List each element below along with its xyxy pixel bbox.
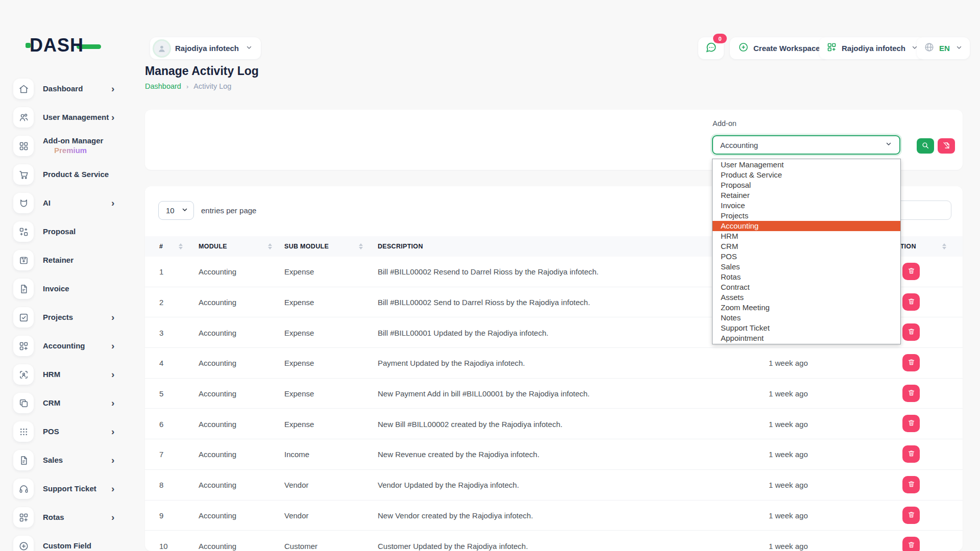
home-icon [13, 79, 34, 99]
table-row: 7AccountingIncomeNew Revenue created by … [145, 439, 963, 470]
addon-option-rotas[interactable]: Rotas [713, 272, 900, 282]
addon-option-pos[interactable]: POS [713, 252, 900, 262]
language-selector[interactable]: EN [917, 37, 970, 59]
addon-option-user-management[interactable]: User Management [713, 160, 900, 170]
cell-sub-module: Expense [284, 267, 314, 276]
delete-row-button[interactable] [902, 263, 920, 280]
addon-grid-icon [13, 136, 34, 156]
sidebar-item-retainer[interactable]: Retainer [0, 246, 138, 274]
cell-sub-module: Expense [284, 359, 314, 367]
sort-toggle-action[interactable] [942, 236, 946, 257]
sidebar-item-accounting[interactable]: Accounting› [0, 332, 138, 360]
workspace-switcher[interactable]: Rajodiya infotech [150, 37, 261, 59]
create-workspace-button[interactable]: Create Workspace [730, 37, 828, 59]
addon-option-proposal[interactable]: Proposal [713, 180, 900, 190]
col-header-num[interactable]: # [159, 236, 163, 257]
chevron-down-icon [246, 44, 253, 53]
addon-option-assets[interactable]: Assets [713, 292, 900, 303]
sidebar-item-invoice[interactable]: Invoice [0, 274, 138, 303]
delete-row-button[interactable] [902, 323, 920, 341]
col-header-module[interactable]: MODULE [199, 236, 227, 257]
cell-module: Accounting [199, 328, 236, 337]
invoice-icon [13, 279, 34, 299]
col-header-submodule[interactable]: SUB MODULE [284, 236, 329, 257]
addon-option-support-ticket[interactable]: Support Ticket [713, 323, 900, 333]
delete-row-button[interactable] [902, 476, 920, 493]
breadcrumb-current: Activity Log [193, 82, 231, 90]
trash-icon [908, 267, 915, 276]
sidebar-item-label: User Management [43, 113, 109, 122]
sidebar-item-product-service[interactable]: Product & Service [0, 160, 138, 189]
cell-date: 1 week ago [769, 359, 808, 367]
delete-row-button[interactable] [902, 415, 920, 432]
cell-num: 10 [159, 541, 168, 550]
sidebar-item-user-management[interactable]: User Management› [0, 103, 138, 132]
sidebar-item-ai[interactable]: AI› [0, 189, 138, 217]
workspace-grid-icon [826, 42, 837, 55]
delete-row-button[interactable] [902, 293, 920, 311]
addon-option-zoom-meeting[interactable]: Zoom Meeting [713, 303, 900, 313]
table-row: 4AccountingExpensePayment Updated by the… [145, 348, 963, 379]
addon-option-retainer[interactable]: Retainer [713, 190, 900, 201]
chevron-down-icon [885, 140, 892, 149]
cell-module: Accounting [199, 511, 236, 519]
app-root: DASH Dashboard›User Management›Add-on Ma… [0, 0, 980, 551]
sidebar-item-label: Sales [43, 456, 63, 465]
addon-option-projects[interactable]: Projects [713, 211, 900, 221]
brand-logo-text: DASH [30, 35, 84, 56]
search-filter-button[interactable] [917, 138, 934, 154]
cell-sub-module: Customer [284, 541, 317, 550]
addon-option-appointment[interactable]: Appointment [713, 333, 900, 343]
addon-option-contract[interactable]: Contract [713, 282, 900, 292]
search-icon [921, 141, 929, 151]
brand-logo[interactable]: DASH [30, 35, 101, 56]
sidebar-item-label: HRM [43, 370, 60, 380]
chevron-right-icon: › [111, 112, 114, 123]
sidebar-item-pos[interactable]: POS› [0, 417, 138, 446]
addon-option-hrm[interactable]: HRM [713, 231, 900, 241]
trash-icon [908, 541, 915, 550]
sidebar-item-proposal[interactable]: Proposal [0, 217, 138, 246]
addon-option-sales[interactable]: Sales [713, 262, 900, 272]
sidebar-item-add-on-manager[interactable]: Add-on ManagerPremium [0, 132, 138, 160]
delete-row-button[interactable] [902, 385, 920, 402]
addon-option-notes[interactable]: Notes [713, 313, 900, 323]
cell-date: 1 week ago [769, 419, 808, 428]
sort-toggle-submodule[interactable] [359, 236, 363, 257]
sidebar-item-custom-field[interactable]: Custom Field [0, 532, 138, 551]
chevron-right-icon: › [111, 83, 114, 94]
addon-option-product-service[interactable]: Product & Service [713, 170, 900, 180]
sidebar-item-support-ticket[interactable]: Support Ticket› [0, 474, 138, 503]
sort-toggle-module[interactable] [268, 236, 272, 257]
workspace-menu[interactable]: Rajodiya infotech [819, 37, 925, 59]
sidebar-item-projects[interactable]: Projects› [0, 303, 138, 332]
users-icon [13, 107, 34, 128]
cell-num: 8 [159, 481, 163, 489]
col-header-description[interactable]: DESCRIPTION [378, 236, 423, 257]
delete-row-button[interactable] [902, 354, 920, 371]
sidebar-item-rotas[interactable]: Rotas› [0, 503, 138, 532]
table-row: 8AccountingVendorVendor Updated by the R… [145, 470, 963, 500]
delete-row-button[interactable] [902, 507, 920, 524]
addon-select[interactable]: Accounting [712, 135, 900, 155]
addon-option-crm[interactable]: CRM [713, 241, 900, 252]
sidebar-item-crm[interactable]: CRM› [0, 389, 138, 417]
delete-row-button[interactable] [902, 537, 920, 551]
sidebar-item-sales[interactable]: Sales› [0, 446, 138, 474]
cell-num: 5 [159, 389, 163, 398]
cell-module: Accounting [199, 267, 236, 276]
addon-option-accounting[interactable]: Accounting [713, 221, 900, 231]
sidebar-item-label: Rotas [43, 513, 64, 522]
messages-button[interactable]: 0 [698, 37, 724, 59]
delete-row-button[interactable] [902, 445, 920, 463]
addon-option-invoice[interactable]: Invoice [713, 201, 900, 211]
sort-toggle-num[interactable] [179, 236, 183, 257]
reset-filter-button[interactable] [938, 138, 955, 154]
pos-icon [13, 421, 34, 442]
sidebar-item-dashboard[interactable]: Dashboard› [0, 74, 138, 103]
breadcrumb-dashboard-link[interactable]: Dashboard [145, 82, 181, 90]
sidebar-item-hrm[interactable]: HRM› [0, 360, 138, 389]
accounting-icon [13, 336, 34, 356]
page-size-select[interactable]: 10 [158, 201, 194, 220]
rotas-icon [13, 507, 34, 528]
